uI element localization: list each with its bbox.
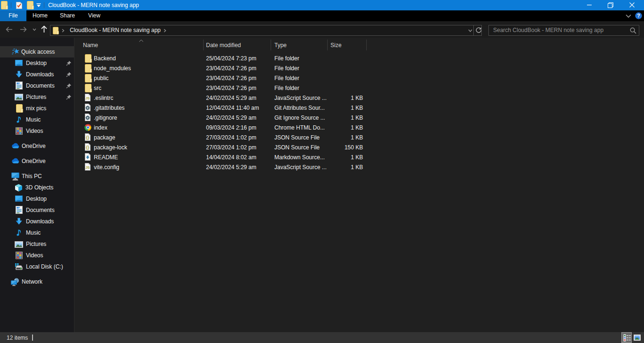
svg-text:JS: JS [85, 96, 90, 100]
svg-text:JS: JS [85, 165, 90, 170]
svg-text:{}: {} [86, 145, 90, 150]
svg-text:{}: {} [86, 135, 90, 140]
svg-text:?: ? [637, 13, 640, 18]
